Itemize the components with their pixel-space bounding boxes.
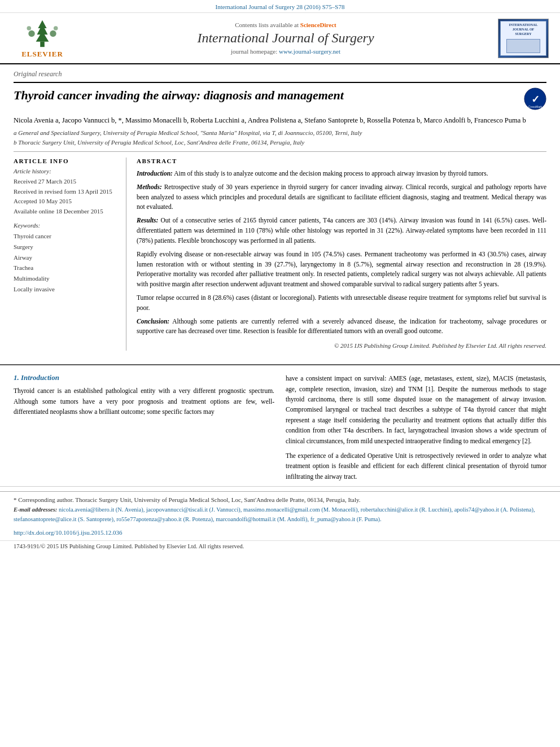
journal-center: Contents lists available at ScienceDirec…	[73, 21, 498, 55]
svg-point-3	[50, 30, 56, 37]
abstract-results-1: Results: Out of a consecutive series of …	[137, 216, 546, 246]
elsevier-brand-text: ELSEVIER	[21, 50, 63, 59]
journal-header: ELSEVIER Contents lists available at Sci…	[0, 13, 560, 64]
article-title-row: Thyroid cancer invading the airway: diag…	[14, 82, 546, 110]
svg-rect-0	[40, 42, 45, 47]
keyword-4: Trachea	[14, 263, 119, 273]
svg-text:✓: ✓	[531, 94, 540, 105]
intro-right-text-2: The experience of a dedicated Operative …	[286, 451, 546, 482]
keywords-label: Keywords:	[14, 222, 119, 229]
abstract-results-3: Tumor relapse occurred in 8 (28.6%) case…	[137, 293, 546, 313]
email-line: E-mail addresses: nicola.avenia@libero.i…	[14, 505, 546, 525]
science-direct-text: Contents lists available at ScienceDirec…	[79, 21, 492, 28]
svg-text:CrossMark: CrossMark	[528, 105, 542, 108]
article-info-column: ARTICLE INFO Article history: Received 2…	[14, 158, 126, 351]
journal-cover-image: INTERNATIONALJOURNAL OFSURGERY	[498, 19, 549, 58]
affiliation-b: b Thoracic Surgery Unit, University of P…	[14, 138, 546, 147]
abstract-results-2: Rapidly evolving disease or non-resectab…	[137, 250, 546, 290]
svg-point-2	[28, 30, 34, 37]
keyword-1: Thyroid cancer	[14, 231, 119, 242]
article-info-title: ARTICLE INFO	[14, 158, 119, 164]
intro-right-text-1: have a consistent impact on survival: AM…	[286, 373, 546, 446]
keyword-2: Surgery	[14, 242, 119, 252]
journal-reference: International Journal of Surgery 28 (201…	[216, 3, 345, 10]
intro-right-column: have a consistent impact on survival: AM…	[286, 373, 546, 482]
methods-label: Methods:	[137, 184, 162, 190]
methods-text: Retrospective study of 30 years experien…	[137, 184, 546, 211]
available-date: Available online 18 December 2015	[14, 207, 119, 217]
affiliation-a: a General and Specialized Surgery, Unive…	[14, 128, 546, 138]
article-history-label: Article history:	[14, 168, 119, 174]
journal-title: International Journal of Surgery	[79, 30, 492, 46]
doi-link[interactable]: http://dx.doi.org/10.1016/j.ijsu.2015.12…	[14, 529, 123, 536]
intro-section-heading: 1. Introduction	[14, 373, 274, 382]
abstract-conclusion: Conclusion: Although some patients are c…	[137, 317, 546, 337]
abstract-text: Introduction: Aim of this study is to an…	[137, 169, 546, 351]
keyword-6: Locally invasive	[14, 284, 119, 295]
results-text: Out of a consecutive series of 2165 thyr…	[137, 217, 546, 244]
keyword-3: Airway	[14, 252, 119, 263]
intro-left-text: Thyroid cancer is an established patholo…	[14, 386, 274, 417]
copyright-line: © 2015 IJS Publishing Group Limited. Pub…	[137, 341, 546, 351]
revised-date: Received in revised form 13 April 2015	[14, 187, 119, 197]
abstract-intro: Introduction: Aim of this study is to an…	[137, 169, 546, 179]
intro-label: Introduction:	[137, 170, 173, 177]
received-date: Received 27 March 2015	[14, 177, 119, 187]
results-label: Results:	[137, 217, 158, 224]
homepage-link[interactable]: www.journal-surgery.net	[279, 48, 340, 55]
abstract-title: ABSTRACT	[137, 158, 546, 164]
email-addresses: nicola.avenia@libero.it (N. Avenia), jac…	[14, 506, 535, 522]
bottom-bar: 1743-9191/© 2015 IJS Publishing Group Li…	[0, 540, 560, 552]
corresponding-note: * Corresponding author. Thoracic Surgery…	[14, 496, 546, 503]
conclusion-label: Conclusion:	[137, 318, 169, 325]
abstract-column: ABSTRACT Introduction: Aim of this study…	[137, 158, 546, 351]
page-top-bar: International Journal of Surgery 28 (201…	[0, 0, 560, 13]
article-title: Thyroid cancer invading the airway: diag…	[14, 88, 518, 104]
authors-line: Nicola Avenia a, Jacopo Vannucci b, *, M…	[14, 115, 546, 126]
svg-marker-1	[36, 20, 49, 42]
email-label: E-mail addresses:	[14, 506, 57, 513]
crossmark-icon: ✓ CrossMark	[524, 88, 546, 110]
introduction-section: 1. Introduction Thyroid cancer is an est…	[0, 373, 560, 482]
affiliations: a General and Specialized Surgery, Unive…	[14, 128, 546, 147]
journal-homepage: journal homepage: www.journal-surgery.ne…	[79, 48, 492, 55]
accepted-date: Accepted 10 May 2015	[14, 196, 119, 207]
footnote-section: * Corresponding author. Thoracic Surgery…	[0, 491, 560, 525]
footnote-divider	[0, 486, 560, 487]
elsevier-logo: ELSEVIER	[11, 18, 73, 59]
svg-point-5	[54, 26, 58, 30]
intro-text: Aim of this study is to analyze outcome …	[174, 170, 488, 177]
svg-point-4	[27, 26, 32, 30]
issn-text: 1743-9191/© 2015 IJS Publishing Group Li…	[14, 543, 244, 549]
article-type: Original research	[14, 70, 546, 78]
conclusion-text: Although some patients are currently ref…	[137, 318, 546, 335]
abstract-methods: Methods: Retrospective study of 30 years…	[137, 182, 546, 212]
elsevier-tree-icon	[20, 18, 65, 49]
doi-section: http://dx.doi.org/10.1016/j.ijsu.2015.12…	[0, 525, 560, 538]
keyword-5: Multimodality	[14, 273, 119, 284]
intro-left-column: 1. Introduction Thyroid cancer is an est…	[14, 373, 274, 482]
content-area: Original research Thyroid cancer invadin…	[0, 64, 560, 356]
science-direct-link[interactable]: ScienceDirect	[300, 21, 336, 28]
cover-inner: INTERNATIONALJOURNAL OFSURGERY	[500, 21, 546, 56]
keywords-section: Keywords: Thyroid cancer Surgery Airway …	[14, 222, 119, 294]
two-column-section: ARTICLE INFO Article history: Received 2…	[14, 151, 546, 351]
main-divider	[0, 364, 560, 365]
